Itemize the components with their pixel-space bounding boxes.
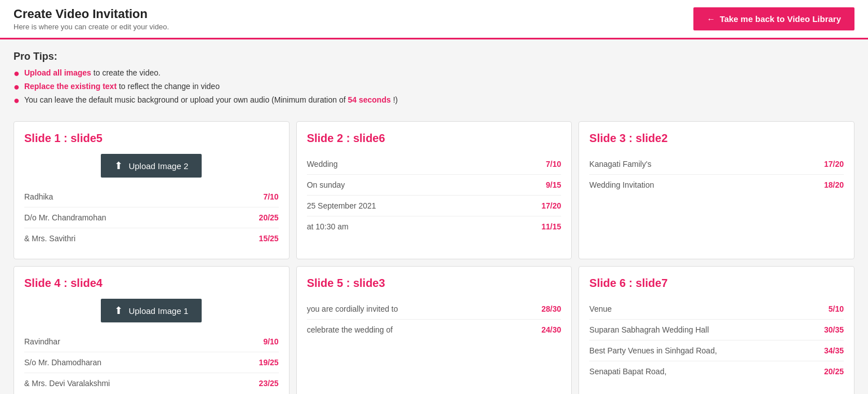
field-count-slide3-1: 18/20 (824, 180, 844, 189)
field-row-slide3-1: Wedding Invitation 18/20 (589, 175, 844, 195)
field-label-slide6-2: Best Party Venues in Sinhgad Road, (589, 346, 716, 355)
pro-tip-3-text: You can leave the default music backgrou… (24, 95, 398, 104)
pro-tip-1-highlight: Upload all images (24, 68, 91, 77)
field-count-slide1-0: 7/10 (263, 192, 278, 201)
slide-title-slide3: Slide 3 : slide2 (589, 132, 844, 145)
field-row-slide4-1: S/o Mr. Dhamodharan 19/25 (24, 352, 279, 373)
field-count-slide4-0: 9/10 (263, 337, 278, 346)
slide-card-slide2: Slide 2 : slide6 Wedding 7/10 On sunday … (296, 121, 572, 259)
bullet-icon-1: ● (14, 68, 20, 78)
upload-button-slide1[interactable]: ⬆ Upload Image 2 (101, 154, 202, 178)
field-label-slide2-2: 25 September 2021 (307, 201, 376, 210)
field-count-slide2-0: 7/10 (546, 160, 561, 169)
page-title: Create Video Invitation (14, 7, 169, 21)
field-label-slide3-1: Wedding Invitation (589, 180, 654, 189)
field-label-slide2-0: Wedding (307, 160, 338, 169)
page-subtitle: Here is where you can create or edit you… (14, 23, 169, 31)
field-count-slide2-3: 11/15 (541, 222, 561, 231)
slide-card-slide3: Slide 3 : slide2 Kanagati Family's 17/20… (578, 121, 854, 259)
field-row-slide4-2: & Mrs. Devi Varalakshmi 23/25 (24, 373, 279, 393)
field-row-slide1-0: Radhika 7/10 (24, 187, 279, 207)
upload-button-slide4[interactable]: ⬆ Upload Image 1 (101, 299, 202, 322)
slide-card-slide4: Slide 4 : slide4 ⬆ Upload Image 1 Ravind… (14, 266, 290, 394)
field-row-slide6-0: Venue 5/10 (589, 299, 844, 320)
field-row-slide6-3: Senapati Bapat Road, 20/25 (589, 361, 844, 382)
back-button-label: Take me back to Video Library (720, 14, 841, 24)
field-row-slide2-2: 25 September 2021 17/20 (307, 196, 562, 216)
field-count-slide2-2: 17/20 (541, 201, 561, 210)
pro-tips-title: Pro Tips: (14, 51, 854, 63)
field-label-slide6-1: Suparan Sabhagrah Wedding Hall (589, 325, 709, 334)
slide-card-slide6: Slide 6 : slide7 Venue 5/10 Suparan Sabh… (578, 266, 854, 394)
field-label-slide1-1: D/o Mr. Chandramohan (24, 213, 106, 222)
pro-tip-3-highlight: 54 seconds (348, 95, 390, 104)
back-arrow-icon: ← (707, 14, 715, 24)
upload-icon-slide1: ⬆ (114, 160, 123, 172)
field-label-slide6-3: Senapati Bapat Road, (589, 367, 666, 376)
field-count-slide4-1: 19/25 (259, 358, 279, 367)
slide-title-slide5: Slide 5 : slide3 (307, 277, 562, 290)
field-count-slide5-1: 24/30 (541, 325, 561, 334)
pro-tip-2: ● Replace the existing text to reflect t… (14, 82, 854, 92)
back-button[interactable]: ← Take me back to Video Library (693, 7, 854, 30)
field-label-slide4-0: Ravindhar (24, 337, 60, 346)
field-count-slide6-1: 30/35 (824, 325, 844, 334)
slide-title-slide1: Slide 1 : slide5 (24, 132, 279, 145)
field-count-slide3-0: 17/20 (824, 160, 844, 169)
field-row-slide6-2: Best Party Venues in Sinhgad Road, 34/35 (589, 340, 844, 361)
pro-tip-1: ● Upload all images to create the video. (14, 68, 854, 78)
field-label-slide1-0: Radhika (24, 192, 53, 201)
pro-tip-1-text: Upload all images to create the video. (24, 68, 161, 77)
pro-tip-2-text: Replace the existing text to reflect the… (24, 82, 220, 91)
field-count-slide5-0: 28/30 (541, 304, 561, 313)
field-label-slide5-1: celebrate the wedding of (307, 325, 393, 334)
field-label-slide4-2: & Mrs. Devi Varalakshmi (24, 379, 110, 388)
bullet-icon-2: ● (14, 82, 20, 92)
pro-tip-3-suffix: !) (393, 95, 398, 104)
field-count-slide1-1: 20/25 (259, 213, 279, 222)
upload-label-slide4: Upload Image 1 (128, 306, 188, 316)
field-row-slide6-1: Suparan Sabhagrah Wedding Hall 30/35 (589, 320, 844, 340)
bullet-icon-3: ● (14, 95, 20, 105)
field-row-slide4-0: Ravindhar 9/10 (24, 331, 279, 352)
slide-title-slide6: Slide 6 : slide7 (589, 277, 844, 290)
field-count-slide6-0: 5/10 (829, 304, 844, 313)
field-row-slide1-2: & Mrs. Savithri 15/25 (24, 228, 279, 249)
pro-tips-list: ● Upload all images to create the video.… (14, 68, 854, 105)
field-row-slide5-1: celebrate the wedding of 24/30 (307, 320, 562, 340)
upload-label-slide1: Upload Image 2 (128, 161, 188, 171)
field-label-slide1-2: & Mrs. Savithri (24, 234, 75, 243)
pro-tip-1-rest: to create the video. (94, 68, 161, 77)
field-label-slide3-0: Kanagati Family's (589, 160, 651, 169)
field-count-slide2-1: 9/15 (546, 180, 561, 189)
field-count-slide6-3: 20/25 (824, 367, 844, 376)
field-label-slide5-0: you are cordially invited to (307, 304, 398, 313)
pro-tips-section: Pro Tips: ● Upload all images to create … (0, 39, 868, 114)
field-row-slide1-1: D/o Mr. Chandramohan 20/25 (24, 207, 279, 228)
slides-grid: Slide 1 : slide5 ⬆ Upload Image 2 Radhik… (0, 114, 868, 394)
field-count-slide4-2: 23/25 (259, 379, 279, 388)
slide-title-slide4: Slide 4 : slide4 (24, 277, 279, 290)
header: Create Video Invitation Here is where yo… (0, 0, 868, 39)
field-label-slide2-1: On sunday (307, 180, 345, 189)
slide-card-slide5: Slide 5 : slide3 you are cordially invit… (296, 266, 572, 394)
pro-tip-3-prefix: You can leave the default music backgrou… (24, 95, 348, 104)
upload-icon-slide4: ⬆ (114, 304, 123, 317)
field-label-slide4-1: S/o Mr. Dhamodharan (24, 358, 101, 367)
slide-title-slide2: Slide 2 : slide6 (307, 132, 562, 145)
field-label-slide2-3: at 10:30 am (307, 222, 349, 231)
pro-tip-2-rest: to reflect the change in video (119, 82, 220, 91)
pro-tip-2-highlight: Replace the existing text (24, 82, 117, 91)
field-row-slide3-0: Kanagati Family's 17/20 (589, 154, 844, 175)
field-row-slide5-0: you are cordially invited to 28/30 (307, 299, 562, 320)
field-row-slide2-3: at 10:30 am 11/15 (307, 216, 562, 237)
field-count-slide6-2: 34/35 (824, 346, 844, 355)
slide-card-slide1: Slide 1 : slide5 ⬆ Upload Image 2 Radhik… (14, 121, 290, 259)
pro-tip-3: ● You can leave the default music backgr… (14, 95, 854, 105)
field-count-slide1-2: 15/25 (259, 234, 279, 243)
header-left: Create Video Invitation Here is where yo… (14, 7, 169, 31)
field-row-slide2-1: On sunday 9/15 (307, 175, 562, 196)
field-row-slide2-0: Wedding 7/10 (307, 154, 562, 175)
field-label-slide6-0: Venue (589, 304, 612, 313)
